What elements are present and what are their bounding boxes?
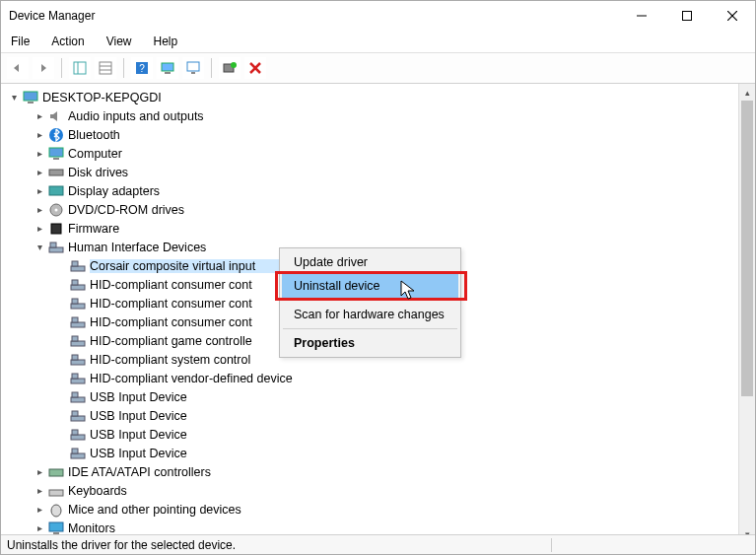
ide-controller-icon [48, 464, 64, 480]
ctx-separator [283, 328, 457, 329]
vertical-scrollbar[interactable]: ▴ ▾ [738, 84, 755, 542]
svg-rect-49 [71, 435, 85, 440]
ctx-separator [283, 300, 457, 301]
svg-rect-46 [72, 392, 78, 397]
svg-point-55 [51, 505, 61, 517]
expander-open-icon[interactable]: ▾ [33, 241, 46, 254]
show-hide-console-tree-button[interactable] [69, 57, 91, 79]
svg-text:?: ? [139, 63, 145, 74]
bluetooth-icon [48, 127, 64, 143]
statusbar: Uninstalls the driver for the selected d… [1, 534, 755, 554]
expander-closed-icon[interactable]: ▸ [33, 203, 46, 217]
scroll-thumb[interactable] [741, 101, 753, 396]
ctx-uninstall-device[interactable]: Uninstall device [282, 274, 458, 298]
expander-closed-icon[interactable]: ▸ [33, 222, 46, 236]
properties-button[interactable] [95, 57, 116, 79]
expander-open-icon[interactable]: ▾ [7, 91, 21, 104]
svg-rect-36 [72, 299, 78, 304]
tree-category-display-adapters[interactable]: ▸ Display adapters [7, 181, 732, 200]
svg-point-16 [231, 62, 237, 68]
hid-device-icon [70, 333, 86, 349]
menu-help[interactable]: Help [150, 33, 182, 50]
minimize-button[interactable] [619, 1, 664, 31]
svg-rect-28 [51, 224, 61, 234]
expander-closed-icon[interactable]: ▸ [33, 147, 46, 161]
hid-device-icon [70, 352, 86, 368]
ctx-properties[interactable]: Properties [282, 331, 458, 355]
svg-rect-29 [49, 247, 63, 252]
svg-rect-50 [72, 430, 78, 435]
tree-hid-child[interactable]: USB Input Device [7, 406, 732, 425]
tree-category-bluetooth[interactable]: ▸ Bluetooth [7, 125, 732, 144]
expander-closed-icon[interactable]: ▸ [33, 465, 46, 479]
hid-device-icon [70, 277, 86, 293]
help-button[interactable]: ? [131, 57, 153, 79]
toolbar: ? [1, 53, 755, 84]
svg-rect-38 [72, 317, 78, 322]
back-button[interactable] [7, 57, 29, 79]
hid-device-icon [70, 314, 86, 330]
context-menu: Update driver Uninstall device Scan for … [279, 247, 461, 358]
hid-device-icon [70, 427, 86, 443]
svg-rect-51 [71, 453, 85, 458]
mouse-icon [48, 502, 64, 518]
uninstall-device-button[interactable] [244, 57, 266, 79]
close-button[interactable] [710, 1, 755, 31]
menu-file[interactable]: File [7, 33, 34, 50]
expander-closed-icon[interactable]: ▸ [33, 128, 46, 142]
tree-category-disk-drives[interactable]: ▸ Disk drives [7, 163, 732, 181]
svg-rect-14 [191, 72, 195, 74]
svg-rect-56 [49, 522, 63, 531]
tree-hid-child[interactable]: USB Input Device [7, 425, 732, 444]
menubar: File Action View Help [1, 31, 755, 53]
svg-rect-6 [100, 62, 111, 74]
expander-closed-icon[interactable]: ▸ [33, 503, 46, 517]
expander-closed-icon[interactable]: ▸ [33, 184, 46, 198]
tree-category-dvd-cdrom[interactable]: ▸ DVD/CD-ROM drives [7, 200, 732, 219]
tree-category-keyboards[interactable]: ▸ Keyboards [7, 481, 732, 500]
forward-button[interactable] [33, 57, 54, 79]
statusbar-divider [551, 538, 552, 552]
hid-device-icon [70, 446, 86, 461]
expander-closed-icon[interactable]: ▸ [33, 484, 46, 498]
expander-closed-icon[interactable]: ▸ [33, 109, 46, 123]
hid-icon [48, 240, 64, 255]
toolbar-computer-button[interactable] [157, 57, 178, 79]
svg-rect-31 [71, 266, 85, 271]
svg-rect-44 [72, 374, 78, 379]
maximize-button[interactable] [664, 1, 710, 31]
disk-icon [48, 165, 64, 180]
svg-rect-34 [72, 280, 78, 285]
svg-rect-25 [49, 186, 63, 195]
expander-closed-icon[interactable]: ▸ [33, 521, 46, 535]
svg-rect-39 [71, 341, 85, 346]
scan-hardware-button[interactable] [219, 57, 241, 79]
tree-hid-child[interactable]: USB Input Device [7, 387, 732, 406]
svg-rect-42 [72, 355, 78, 360]
ctx-update-driver[interactable]: Update driver [282, 250, 458, 274]
tree-category-ide[interactable]: ▸ IDE ATA/ATAPI controllers [7, 462, 732, 481]
svg-rect-52 [72, 449, 78, 453]
tree-category-mice[interactable]: ▸ Mice and other pointing devices [7, 500, 732, 519]
ctx-scan-hardware[interactable]: Scan for hardware changes [282, 303, 458, 326]
tree-category-computer[interactable]: ▸ Computer [7, 144, 732, 163]
menu-action[interactable]: Action [47, 33, 88, 50]
hid-device-icon [70, 389, 86, 405]
svg-rect-30 [50, 243, 56, 247]
tree-hid-child[interactable]: HID-compliant vendor-defined device [7, 369, 732, 387]
tree-root[interactable]: ▾ DESKTOP-KEPQGDI [7, 88, 732, 106]
svg-rect-4 [74, 62, 86, 74]
tree-root-label: DESKTOP-KEPQGDI [42, 91, 162, 104]
hid-device-icon [70, 371, 86, 386]
expander-closed-icon[interactable]: ▸ [33, 166, 46, 179]
toolbar-monitor-button[interactable] [182, 57, 204, 79]
disc-icon [48, 202, 64, 218]
scroll-up-button[interactable]: ▴ [739, 84, 755, 101]
tree-hid-child[interactable]: USB Input Device [7, 444, 732, 462]
svg-rect-32 [72, 261, 78, 266]
tree-category-firmware[interactable]: ▸ Firmware [7, 219, 732, 238]
svg-rect-37 [71, 322, 85, 327]
hid-device-icon [70, 408, 86, 424]
tree-category-audio[interactable]: ▸ Audio inputs and outputs [7, 106, 732, 125]
menu-view[interactable]: View [103, 33, 136, 50]
